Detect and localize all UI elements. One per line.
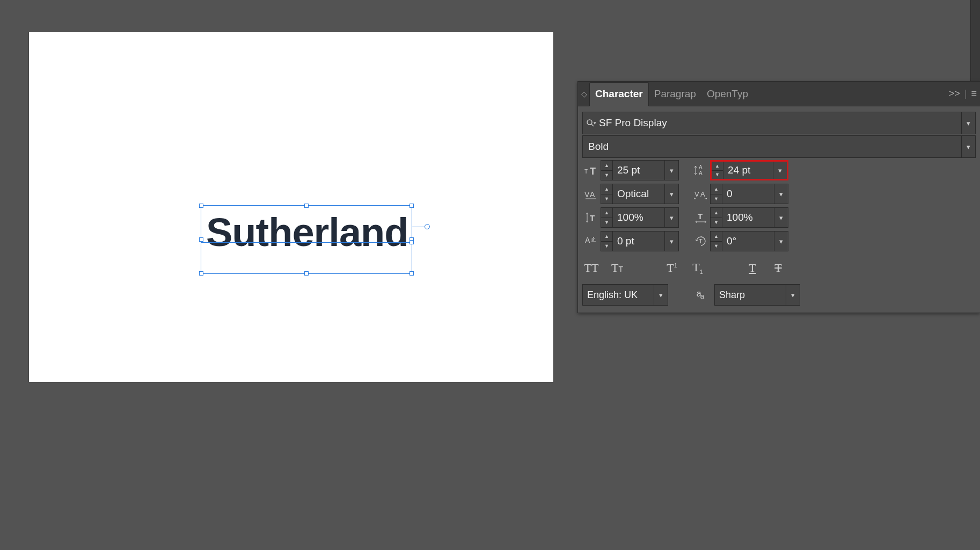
antialias-field[interactable]: Sharp ▾: [714, 284, 800, 306]
baseline-shift-dropdown[interactable]: ▾: [664, 231, 678, 251]
text-selection-bounds[interactable]: [201, 205, 412, 274]
svg-text:T: T: [698, 212, 703, 221]
vertical-scale-icon: T: [582, 207, 601, 228]
svg-text:T: T: [590, 213, 595, 222]
horizontal-scale-icon: T: [692, 207, 710, 228]
antialias-icon: aa: [692, 289, 708, 300]
leading-stepper[interactable]: ▲▼: [712, 162, 723, 179]
svg-text:A: A: [700, 190, 705, 198]
resize-handle-tl[interactable]: [199, 204, 203, 208]
horizontal-scale-stepper[interactable]: ▲▼: [711, 208, 722, 227]
text-transform-row: TT TT T1 T1 T T: [582, 256, 976, 280]
font-size-icon: TT: [582, 160, 601, 180]
antialias-value[interactable]: Sharp: [715, 290, 786, 301]
kerning-field[interactable]: ▲▼ Optical ▾: [601, 184, 679, 204]
language-field[interactable]: English: UK ▾: [582, 284, 668, 306]
subscript-button[interactable]: T1: [689, 259, 707, 277]
tracking-stepper[interactable]: ▲▼: [711, 184, 722, 204]
svg-point-0: [587, 120, 592, 125]
artboard[interactable]: Sutherland: [29, 32, 553, 382]
tracking-value[interactable]: 0: [722, 184, 774, 204]
search-icon[interactable]: ▾: [583, 119, 599, 127]
font-style-dropdown[interactable]: ▾: [961, 136, 975, 157]
svg-text:T: T: [699, 238, 703, 244]
vertical-scale-value[interactable]: 100%: [613, 208, 664, 227]
svg-text:a: a: [591, 236, 594, 242]
resize-handle-tc[interactable]: [304, 204, 309, 208]
char-rotation-value[interactable]: 0°: [722, 231, 774, 251]
svg-text:A: A: [699, 170, 703, 176]
tracking-dropdown[interactable]: ▾: [774, 184, 788, 204]
vertical-scale-field[interactable]: ▲▼ 100% ▾: [601, 207, 679, 228]
font-style-field[interactable]: Bold ▾: [582, 135, 976, 158]
leading-icon: AA: [692, 160, 710, 180]
kerning-stepper[interactable]: ▲▼: [601, 184, 613, 204]
tracking-icon: VA: [692, 184, 710, 204]
font-family-input[interactable]: [599, 117, 961, 129]
panel-gripper-icon[interactable]: ◇: [581, 90, 587, 98]
all-caps-button[interactable]: TT: [582, 259, 601, 277]
leading-dropdown[interactable]: ▾: [773, 162, 787, 179]
svg-text:A: A: [590, 190, 595, 199]
strikethrough-button[interactable]: T: [769, 259, 787, 277]
tab-character[interactable]: Character: [589, 82, 649, 106]
horizontal-scale-field[interactable]: ▲▼ 100% ▾: [710, 207, 788, 228]
font-size-field[interactable]: ▲▼ 25 pt ▾: [601, 160, 679, 180]
svg-text:A: A: [699, 164, 703, 170]
leading-field[interactable]: ▲▼ 24 pt ▾: [710, 160, 788, 180]
kerning-dropdown[interactable]: ▾: [664, 184, 678, 204]
underline-button[interactable]: T: [743, 259, 762, 277]
vertical-scale-dropdown[interactable]: ▾: [664, 208, 678, 227]
svg-text:A: A: [585, 236, 590, 244]
font-family-dropdown[interactable]: ▾: [961, 112, 975, 134]
svg-text:T: T: [584, 169, 588, 175]
collapse-tabs-icon[interactable]: >>: [949, 88, 960, 99]
antialias-dropdown[interactable]: ▾: [786, 285, 800, 305]
kerning-value[interactable]: Optical: [613, 184, 664, 204]
kerning-icon: VA: [582, 184, 601, 204]
svg-text:T: T: [590, 166, 596, 176]
font-family-field[interactable]: ▾ ▾: [582, 112, 976, 134]
resize-handle-ml[interactable]: [199, 237, 203, 242]
baseline-shift-icon: Aa: [582, 231, 601, 251]
tab-paragraph[interactable]: Paragrap: [649, 82, 701, 106]
svg-text:V: V: [694, 190, 699, 198]
char-rotation-field[interactable]: ▲▼ 0° ▾: [710, 231, 788, 251]
font-style-value[interactable]: Bold: [583, 141, 961, 153]
resize-handle-br[interactable]: [409, 271, 414, 276]
tab-opentype[interactable]: OpenTyp: [701, 82, 754, 106]
language-value[interactable]: English: UK: [583, 290, 654, 301]
rotate-handle[interactable]: [425, 224, 430, 229]
small-caps-button[interactable]: TT: [608, 259, 626, 277]
font-size-dropdown[interactable]: ▾: [664, 161, 678, 180]
resize-handle-tr[interactable]: [409, 204, 414, 208]
baseline-indicator: [201, 242, 412, 243]
panel-menu-icon[interactable]: ≡: [971, 88, 977, 99]
superscript-button[interactable]: T1: [663, 259, 681, 277]
baseline-handle[interactable]: [409, 240, 414, 244]
vertical-scale-stepper[interactable]: ▲▼: [601, 208, 613, 227]
baseline-shift-field[interactable]: ▲▼ 0 pt ▾: [601, 231, 679, 251]
resize-handle-bc[interactable]: [304, 271, 309, 276]
character-panel: ◇ Character Paragrap OpenTyp >> | ≡ ▾ ▾ …: [577, 81, 980, 313]
horizontal-scale-value[interactable]: 100%: [722, 208, 774, 227]
horizontal-scale-dropdown[interactable]: ▾: [774, 208, 788, 227]
tracking-field[interactable]: ▲▼ 0 ▾: [710, 184, 788, 204]
rotate-stem: [412, 227, 425, 227]
resize-handle-bl[interactable]: [199, 271, 203, 276]
language-dropdown[interactable]: ▾: [654, 285, 668, 305]
char-rotation-stepper[interactable]: ▲▼: [711, 231, 722, 251]
baseline-shift-stepper[interactable]: ▲▼: [601, 231, 613, 251]
panel-body: ▾ ▾ Bold ▾ TT ▲▼ 25 pt ▾: [578, 106, 980, 313]
divider: |: [964, 88, 967, 99]
svg-text:V: V: [584, 190, 590, 199]
font-size-value[interactable]: 25 pt: [613, 161, 664, 180]
panel-tabs: ◇ Character Paragrap OpenTyp >> | ≡: [578, 82, 980, 106]
leading-value[interactable]: 24 pt: [723, 162, 773, 179]
font-size-stepper[interactable]: ▲▼: [601, 161, 613, 180]
char-rotation-icon: T: [692, 231, 710, 251]
char-rotation-dropdown[interactable]: ▾: [774, 231, 788, 251]
baseline-shift-value[interactable]: 0 pt: [613, 231, 664, 251]
